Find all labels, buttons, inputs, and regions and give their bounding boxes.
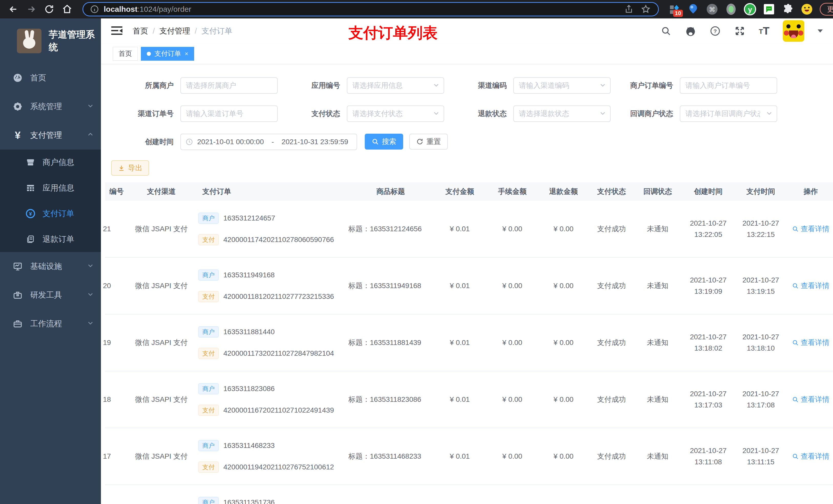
date-range-picker[interactable]: 2021-10-01 00:00:00 - 2021-10-31 23:59:5…: [180, 134, 357, 150]
avatar-caret-icon[interactable]: [818, 29, 823, 32]
update-button[interactable]: 更新: [820, 3, 833, 16]
active-dot: [147, 52, 151, 56]
filter-label: 创建时间: [111, 137, 180, 147]
merchant-input[interactable]: [186, 81, 272, 90]
app-input[interactable]: [353, 81, 438, 90]
extension-emoji-icon[interactable]: [801, 3, 813, 15]
view-detail-link[interactable]: 查看详情: [792, 224, 829, 234]
home-icon[interactable]: [61, 3, 73, 15]
sidebar: 芋道管理系统 首页 系统管理 ¥ 支付管理: [0, 19, 101, 504]
pay-tag: 支付: [198, 461, 219, 473]
briefcase-icon: [12, 290, 24, 300]
github-icon[interactable]: [685, 25, 696, 37]
sidebar-item-dev-tools[interactable]: 研发工具: [0, 281, 101, 309]
search-icon: [372, 138, 379, 145]
refund-status-select[interactable]: [513, 105, 611, 122]
view-detail-link[interactable]: 查看详情: [792, 338, 829, 347]
extension-blocks-icon[interactable]: 10: [668, 3, 680, 15]
cell-pay-time: 2021-10-2713:18:10: [735, 331, 786, 354]
tab-pay-order[interactable]: 支付订单 ×: [141, 47, 194, 61]
merchant-order-no-input[interactable]: [686, 81, 771, 90]
cell-channel: 微信 JSAPI 支付: [128, 224, 195, 234]
svg-text:⌘: ⌘: [709, 6, 715, 13]
yen-icon: ¥: [12, 129, 24, 141]
notify-status-input[interactable]: [686, 110, 771, 118]
sidebar-item-label: 研发工具: [30, 290, 87, 301]
channel-code-input[interactable]: [519, 81, 605, 90]
help-icon[interactable]: ?: [710, 25, 721, 37]
extension-balloon-icon[interactable]: [687, 3, 699, 15]
channel-code-select[interactable]: [513, 77, 611, 94]
reload-icon[interactable]: [43, 3, 55, 15]
table-row: 20 微信 JSAPI 支付 商户1635311949168 支付4200001…: [105, 258, 833, 314]
back-icon[interactable]: [7, 3, 20, 15]
sidebar-item-pay-order[interactable]: ¥ 支付订单: [0, 201, 101, 226]
app-select[interactable]: [347, 77, 444, 94]
cell-id: 18: [105, 395, 128, 404]
cell-create-time: 2021-10-2713:22:05: [681, 218, 735, 240]
merchant-order-no-field[interactable]: [680, 77, 777, 94]
pay-status-input[interactable]: [353, 110, 438, 118]
extension-chat-icon[interactable]: [763, 3, 775, 15]
search-icon[interactable]: [660, 25, 672, 37]
collapse-sidebar-icon[interactable]: [111, 26, 122, 35]
pay-tag: 支付: [198, 234, 219, 245]
sidebar-item-workflow[interactable]: 工作流程: [0, 309, 101, 338]
sidebar-item-payment[interactable]: ¥ 支付管理: [0, 121, 101, 149]
merchant-select[interactable]: [180, 77, 278, 94]
pay-status-select[interactable]: [347, 105, 444, 122]
view-detail-link[interactable]: 查看详情: [792, 394, 829, 404]
url-text: localhost:1024/pay/order: [104, 5, 618, 14]
forward-icon[interactable]: [25, 3, 38, 15]
breadcrumb-payment[interactable]: 支付管理: [159, 26, 190, 37]
refresh-icon: [416, 138, 423, 145]
view-detail-link[interactable]: 查看详情: [792, 281, 829, 291]
sidebar-item-system[interactable]: 系统管理: [0, 92, 101, 121]
share-icon[interactable]: [623, 4, 635, 15]
filter-label: 支付状态: [278, 109, 347, 119]
font-size-icon[interactable]: TT: [759, 26, 769, 35]
cell-id: 21: [105, 225, 128, 233]
sidebar-item-app-info[interactable]: 应用信息: [0, 175, 101, 201]
bookmark-star-icon[interactable]: [640, 4, 651, 15]
cell-create-time: 2021-10-2713:11:08: [681, 445, 735, 467]
refund-status-input[interactable]: [519, 110, 605, 118]
browser-chrome: localhost:1024/pay/order 10 ⌘ y: [0, 0, 833, 19]
app-title: 芋道管理系统: [49, 28, 101, 53]
cell-refund: ¥ 0.00: [538, 395, 589, 404]
extension-oval-icon[interactable]: [725, 3, 737, 15]
sidebar-item-home[interactable]: 首页: [0, 64, 101, 92]
extension-puzzle-icon[interactable]: [782, 3, 794, 15]
cell-notify: 未通知: [634, 394, 681, 404]
extension-y-icon[interactable]: y: [744, 3, 756, 15]
tab-home[interactable]: 首页: [113, 47, 138, 61]
address-bar[interactable]: localhost:1024/pay/order: [82, 2, 659, 16]
export-button[interactable]: 导出: [111, 160, 149, 176]
order-table: 编号 支付渠道 支付订单 商品标题 支付金额 手续金额 退款金额 支付状态 回调…: [105, 182, 833, 504]
avatar[interactable]: [783, 20, 804, 42]
cell-amount: ¥ 0.01: [433, 452, 487, 460]
sidebar-item-infrastructure[interactable]: 基础设施: [0, 252, 101, 281]
sidebar-item-refund-order[interactable]: 退款订单: [0, 226, 101, 252]
merchant-tag: 商户: [198, 213, 219, 224]
cell-order: 商户1635311881440 支付4200001173202110272847…: [195, 326, 348, 360]
extension-command-icon[interactable]: ⌘: [706, 3, 718, 15]
close-tab-icon[interactable]: ×: [185, 50, 188, 57]
sidebar-item-label: 支付订单: [43, 208, 74, 219]
chevron-down-icon: [87, 319, 94, 328]
store-icon: [25, 158, 37, 167]
cell-id: 20: [105, 282, 128, 290]
cell-notify: 未通知: [634, 224, 681, 234]
channel-order-no-input[interactable]: [186, 110, 272, 118]
sidebar-item-label: 应用信息: [43, 183, 74, 193]
sidebar-item-merchant-info[interactable]: 商户信息: [0, 149, 101, 175]
cell-channel: 微信 JSAPI 支付: [128, 394, 195, 404]
search-button[interactable]: 搜索: [365, 134, 403, 149]
content: 所属商户 应用编号 渠道编码: [101, 64, 833, 504]
view-detail-link[interactable]: 查看详情: [792, 452, 829, 461]
reset-button[interactable]: 重置: [409, 134, 448, 149]
channel-order-no-field[interactable]: [180, 105, 278, 122]
fullscreen-icon[interactable]: [734, 25, 745, 37]
breadcrumb-home[interactable]: 首页: [133, 26, 148, 37]
notify-status-select[interactable]: [680, 105, 777, 122]
